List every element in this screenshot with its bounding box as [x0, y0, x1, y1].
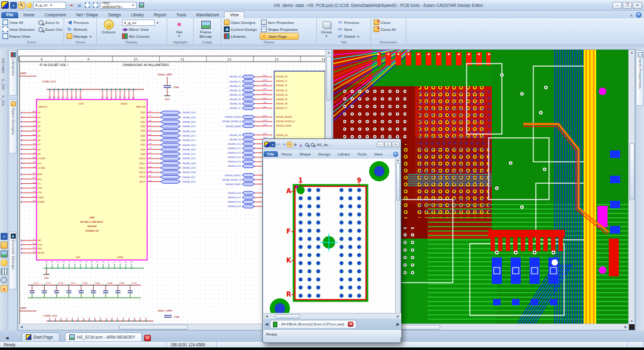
- grid-icon[interactable]: [1, 268, 8, 275]
- scroll-left-arrow[interactable]: ◀: [18, 324, 25, 330]
- sdram-symbol[interactable]: [36, 99, 147, 260]
- close-button[interactable]: ✕: [633, 2, 642, 9]
- undo-icon[interactable]: ↶: [275, 142, 281, 147]
- view-all-button[interactable]: View All: [1, 19, 36, 26]
- tab-library[interactable]: Library: [126, 12, 148, 18]
- minimize-ribbon-icon[interactable]: ▲: [630, 13, 633, 17]
- zoom-in-button[interactable]: Zoom In: [37, 19, 64, 26]
- close-document-button[interactable]: Close: [372, 19, 397, 26]
- fw-vertical-scrollbar[interactable]: ▲: [395, 159, 400, 313]
- zoom-in-icon[interactable]: [304, 142, 309, 147]
- save-icon[interactable]: ▪: [10, 2, 17, 9]
- tab-net-shape[interactable]: Net / Shape: [71, 12, 103, 18]
- tab-start-page[interactable]: Start Page: [21, 332, 60, 341]
- sidebar-tab-current-design[interactable]: Current Design: [9, 232, 17, 290]
- delete-icon[interactable]: ×: [1, 285, 8, 292]
- previous-tab-button[interactable]: ⇦Previous: [336, 19, 361, 26]
- tab-view[interactable]: View: [224, 11, 244, 18]
- variants-combo[interactable]: <NO VARIANTS>▼: [100, 2, 136, 9]
- mirror-icon[interactable]: ◭: [298, 142, 304, 147]
- shape-properties-button[interactable]: Shape Properties: [260, 26, 299, 33]
- colour-file-combo[interactable]: d_g_co▼: [121, 19, 160, 26]
- pan-icon[interactable]: ✥: [292, 142, 298, 147]
- select-cursor-icon[interactable]: ↖: [287, 142, 292, 147]
- x-off-label[interactable]: X_Off: [1, 79, 5, 90]
- sidebar-tab-open-designs[interactable]: Open Designs: [9, 99, 17, 154]
- tab-scroll-left-arrow[interactable]: ◀: [264, 321, 270, 327]
- fw-tab-shape[interactable]: Shape: [296, 151, 314, 157]
- image-icon[interactable]: [1, 242, 8, 249]
- restore-button[interactable]: ❐: [623, 2, 632, 9]
- current-design-button[interactable]: Current Design: [223, 26, 258, 33]
- fw-tab-file[interactable]: File: [264, 151, 278, 157]
- start-page-button[interactable]: ★Start Page: [260, 33, 299, 40]
- bulb-icon[interactable]: [26, 3, 32, 8]
- tab-tools[interactable]: Tools: [171, 12, 191, 18]
- maximize-button[interactable]: □: [384, 142, 392, 147]
- scroll-up-arrow[interactable]: ▲: [629, 50, 635, 55]
- libraries-button[interactable]: Libraries: [223, 33, 258, 40]
- sidebar-tab-libraries[interactable]: Libraries: [9, 50, 17, 96]
- close-document-button[interactable]: ✕: [144, 335, 151, 341]
- scroll-up-arrow[interactable]: ▲: [326, 50, 332, 55]
- tab-design[interactable]: Design: [103, 12, 126, 18]
- zoom-out-icon[interactable]: [309, 142, 315, 147]
- fw-tab-home[interactable]: Home: [278, 151, 296, 157]
- tab-footprint[interactable]: - 84-FBGA (8mmx12.5mm 0.37mm pad) ✕: [270, 320, 357, 328]
- colour-scheme-combo[interactable]: d_g_co▼: [33, 2, 66, 9]
- tab-scroll-right-arrow[interactable]: ▶: [395, 321, 401, 327]
- previous-view-button[interactable]: ◀Previous: [65, 19, 93, 26]
- frame-select-icon[interactable]: [84, 2, 91, 9]
- highlight-net-button[interactable]: ✳Net▼: [169, 19, 190, 40]
- zoom-icon[interactable]: [1, 277, 7, 283]
- sidebar-tab-item-properties[interactable]: Item Properties: [636, 50, 644, 106]
- net-tool-icon[interactable]: ⇥: [67, 2, 74, 9]
- tab-hs-scm[interactable]: HS_SCM.scm - ARM MEMORY: [65, 332, 142, 341]
- scroll-down-arrow[interactable]: ▼: [629, 319, 635, 324]
- tab-file[interactable]: File: [1, 12, 18, 18]
- grid-toggle-label[interactable]: SG=WG: [1, 58, 5, 74]
- redo-icon[interactable]: ↷: [281, 142, 287, 147]
- tab-component[interactable]: Component: [40, 12, 71, 18]
- minimize-button[interactable]: –: [613, 2, 622, 9]
- scroll-right-arrow[interactable]: ▶: [623, 324, 629, 330]
- minimize-button[interactable]: –: [377, 142, 384, 147]
- fw-tab-library[interactable]: Library: [334, 151, 353, 157]
- zoom-out-button[interactable]: Zoom Out: [37, 26, 64, 33]
- footprint-canvas[interactable]: 19AFKR: [264, 159, 396, 313]
- frame-select2-icon[interactable]: [92, 2, 99, 9]
- refresh-button[interactable]: ↻Refresh: [65, 26, 93, 33]
- help-icon[interactable]: ?: [636, 12, 641, 18]
- close-tab-button[interactable]: ✕: [348, 322, 353, 327]
- pcb-vertical-scrollbar[interactable]: ▲ ▼: [628, 50, 635, 324]
- help-icon[interactable]: ?: [393, 152, 398, 157]
- open-designs-button[interactable]: Open Designs: [223, 19, 258, 26]
- save-icon[interactable]: ▪: [270, 142, 275, 147]
- save-icon[interactable]: ▪: [1, 233, 8, 240]
- bulb-icon[interactable]: [1, 259, 8, 266]
- tab-scroll-left-arrow[interactable]: ◀: [4, 335, 10, 341]
- fw-tab-design[interactable]: Design: [314, 151, 334, 157]
- x-on-label[interactable]: X_On: [1, 95, 5, 106]
- view-selection-button[interactable]: View Selection: [1, 26, 36, 33]
- frame-bitmap-button[interactable]: Frame Bitmap: [195, 19, 216, 40]
- manage-views-button[interactable]: Manage▼: [65, 33, 93, 40]
- fw-horizontal-scrollbar[interactable]: ◀ ▶: [264, 313, 401, 319]
- close-button[interactable]: ✕: [392, 142, 399, 147]
- select-cursor-icon[interactable]: ↖: [18, 2, 25, 9]
- switch-tab-button[interactable]: ⇄Switch▼: [336, 33, 361, 40]
- tab-manufacture[interactable]: Manufacture: [191, 12, 225, 18]
- footprint-editor-window[interactable]: ▪ ↶ ↷ ↖ ✥ ◭ HS_de... – □ ✕ File Home Sha…: [262, 138, 401, 343]
- fw-tab-tools[interactable]: Tools: [353, 151, 370, 157]
- photo-icon[interactable]: [1, 251, 8, 257]
- image-tool-icon[interactable]: [138, 2, 145, 9]
- next-tab-button[interactable]: ⇨Next: [336, 26, 361, 33]
- route-tool-icon[interactable]: ⇲: [75, 2, 82, 9]
- item-properties-button[interactable]: Item Properties: [260, 19, 299, 26]
- minimize-ribbon-icon[interactable]: ⌄: [388, 152, 391, 156]
- tab-home[interactable]: Home: [18, 12, 40, 18]
- fw-tab-view[interactable]: View: [370, 151, 386, 157]
- frame-view-button[interactable]: Frame View: [1, 33, 36, 40]
- tab-report[interactable]: Report: [149, 12, 172, 18]
- mirror-view-button[interactable]: ◀▶Mirror View: [121, 26, 160, 33]
